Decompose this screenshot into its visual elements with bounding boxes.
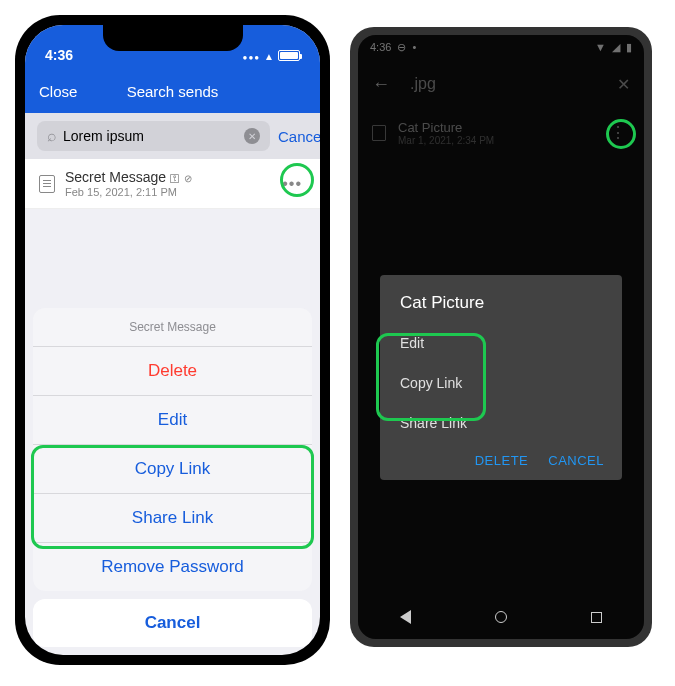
signal-icon [243,47,261,63]
close-button[interactable]: Close [39,83,77,100]
action-sheet: Secret Message Delete Edit Copy Link Sha… [25,300,320,655]
ios-time: 4:36 [45,47,73,63]
dialog: Cat Picture Edit Copy Link Share Link DE… [380,275,622,480]
ios-nav-header: Close Search sends [25,69,320,113]
disabled-icon [184,169,192,185]
search-input-wrap[interactable]: ⌕ ✕ [37,121,270,151]
edit-button[interactable]: Edit [33,396,312,445]
battery-icon [278,50,300,61]
more-icon[interactable]: ••• [278,171,306,197]
ios-notch [103,25,243,51]
dialog-title: Cat Picture [380,293,622,323]
action-sheet-group: Secret Message Delete Edit Copy Link Sha… [33,308,312,591]
page-title: Search sends [127,83,219,100]
android-navbar [358,595,644,639]
delete-button[interactable]: DELETE [475,453,529,468]
copy-link-button[interactable]: Copy Link [33,445,312,494]
remove-password-button[interactable]: Remove Password [33,543,312,591]
nav-back-icon[interactable] [400,610,411,624]
ios-device-frame: 4:36 Close Search sends ⌕ ✕ Cancel [15,15,330,665]
nav-home-icon[interactable] [495,611,507,623]
android-device-frame: 4:36 ⊖ • ▼ ◢ ▮ ← .jpg ✕ Cat Picture Mar … [350,27,652,647]
dialog-actions: DELETE CANCEL [380,443,622,472]
share-link-button[interactable]: Share Link [380,403,622,443]
copy-link-button[interactable]: Copy Link [380,363,622,403]
wifi-icon [264,47,274,63]
clear-icon[interactable]: ✕ [244,128,260,144]
cancel-button[interactable]: Cancel [33,599,312,647]
nav-recent-icon[interactable] [591,612,602,623]
cancel-button[interactable]: CANCEL [548,453,604,468]
item-content: Secret Message Feb 15, 2021, 2:11 PM [65,169,268,198]
search-input[interactable] [63,128,238,144]
key-icon [170,169,180,185]
item-subtitle: Feb 15, 2021, 2:11 PM [65,186,268,198]
list-item[interactable]: Secret Message Feb 15, 2021, 2:11 PM ••• [25,159,320,209]
results-list: Secret Message Feb 15, 2021, 2:11 PM ••• [25,159,320,209]
edit-button[interactable]: Edit [380,323,622,363]
search-bar: ⌕ ✕ Cancel [25,113,320,159]
text-file-icon [39,175,55,193]
sheet-header: Secret Message [33,308,312,347]
item-title: Secret Message [65,169,166,185]
ios-screen: 4:36 Close Search sends ⌕ ✕ Cancel [25,25,320,655]
share-link-button[interactable]: Share Link [33,494,312,543]
ios-status-icons [243,47,300,63]
android-screen: 4:36 ⊖ • ▼ ◢ ▮ ← .jpg ✕ Cat Picture Mar … [358,35,644,639]
search-cancel-button[interactable]: Cancel [278,128,320,145]
delete-button[interactable]: Delete [33,347,312,396]
item-title-row: Secret Message [65,169,268,185]
search-icon: ⌕ [47,127,57,145]
